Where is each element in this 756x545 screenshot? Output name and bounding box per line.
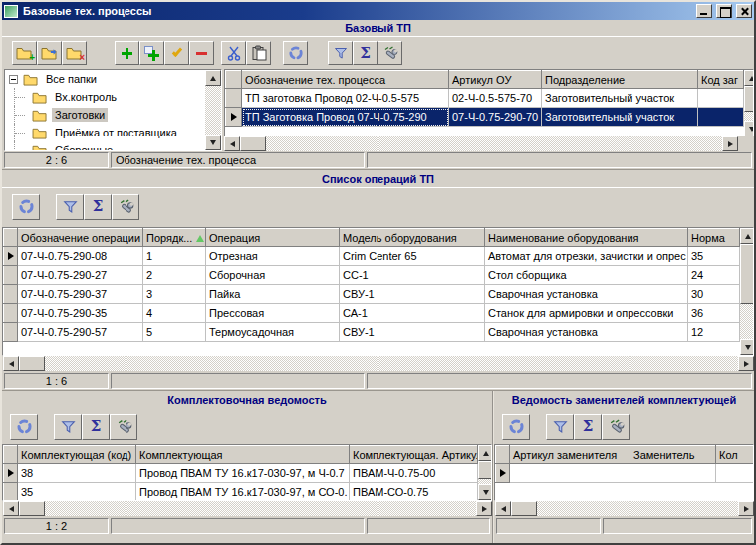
scroll-down-button[interactable] (205, 135, 221, 150)
scroll-right-button[interactable] (738, 356, 754, 371)
cell[interactable]: Провод ПВАМ ТУ 16.к17-030-97, м СО-0. (136, 483, 350, 502)
cell[interactable] (698, 89, 744, 108)
scroll-thumb[interactable] (511, 501, 537, 516)
scroll-track[interactable] (205, 86, 221, 135)
title-bar[interactable]: Базовые тех. процессы (2, 2, 754, 20)
ops-col-designation[interactable]: Обозначение операции (18, 229, 143, 247)
tp-col-department[interactable]: Подразделение (542, 71, 698, 89)
filter-button[interactable] (328, 41, 353, 65)
scroll-track[interactable] (266, 136, 722, 151)
scroll-up-button[interactable] (744, 70, 754, 86)
cell[interactable]: ПВАМ-Ч-0.75-00 (350, 464, 478, 483)
tree-item-sborochnye[interactable]: Сборочные (5, 141, 205, 150)
ops-col-model[interactable]: Модель оборудования (340, 229, 485, 247)
cell[interactable]: Заготовительный участок (542, 108, 698, 127)
kit-vertical-scrollbar[interactable] (478, 445, 492, 500)
settings-button[interactable] (378, 41, 402, 65)
cell[interactable]: Сборочная (206, 266, 340, 285)
sub-col-article[interactable]: Артикул заменителя (510, 446, 630, 464)
delete-record-button[interactable] (189, 41, 214, 65)
sum-button[interactable]: Σ (353, 41, 378, 65)
cell[interactable]: 30 (688, 285, 740, 304)
sub-row-current-empty[interactable] (496, 464, 754, 483)
cell[interactable]: 38 (18, 464, 136, 483)
filter-button[interactable] (56, 194, 84, 220)
kit-row[interactable]: 35 Провод ПВАМ ТУ 16.к17-030-97, м СО-0.… (4, 483, 478, 502)
ops-col-operation[interactable]: Операция (206, 229, 340, 247)
ops-row[interactable]: 07-Ч-0.75-290-57 5 Термоусадочная СВУ-1 … (4, 323, 740, 342)
tree-item-zagotovki[interactable]: Заготовки (5, 106, 205, 124)
settings-button[interactable] (602, 414, 630, 440)
scroll-track[interactable] (744, 86, 754, 121)
scroll-thumb[interactable] (19, 501, 45, 516)
cell[interactable]: 3 (143, 285, 206, 304)
scroll-thumb[interactable] (240, 136, 266, 151)
refresh-button[interactable] (12, 194, 40, 220)
tp-horizontal-scrollbar[interactable] (224, 136, 754, 151)
scroll-down-button[interactable] (478, 484, 492, 500)
close-button[interactable] (736, 4, 752, 18)
row-selector[interactable] (226, 89, 242, 108)
refresh-button[interactable] (283, 41, 308, 65)
refresh-button[interactable] (502, 414, 530, 440)
settings-button[interactable] (110, 414, 137, 440)
sum-button[interactable]: Σ (82, 414, 110, 440)
ops-row[interactable]: 07-Ч-0.75-290-37 3 Пайка СВУ-1 Сварочная… (4, 285, 740, 304)
scroll-left-button[interactable] (3, 356, 19, 371)
cell[interactable]: 07-Ч-0.75-290-37 (18, 285, 143, 304)
cell[interactable] (716, 464, 754, 483)
cell[interactable]: Станок для армировки и опрессовки (485, 304, 688, 323)
ops-vertical-scrollbar[interactable] (740, 228, 754, 355)
tree-item-priemka[interactable]: Приёмка от поставщика (5, 124, 205, 141)
ops-horizontal-scrollbar[interactable] (3, 356, 754, 371)
cell[interactable]: 1 (143, 247, 206, 266)
kit-row-current[interactable]: 38 Провод ПВАМ ТУ 16.к17-030-97, м Ч-0.7… (4, 464, 478, 483)
scroll-left-button[interactable] (495, 501, 511, 516)
cell[interactable]: 12 (688, 323, 740, 342)
cell[interactable]: 02-Ч-0.5-575-70 (449, 89, 542, 108)
filter-button[interactable] (54, 414, 82, 440)
tp-vertical-scrollbar[interactable] (744, 70, 754, 136)
cell[interactable]: Термоусадочная (206, 323, 340, 342)
cell[interactable]: СВУ-1 (340, 285, 485, 304)
tp-row[interactable]: ТП заготовка Провод 02-Ч-0.5-575 02-Ч-0.… (226, 89, 744, 108)
cell[interactable]: 35 (18, 483, 136, 502)
ops-row-current[interactable]: 07-Ч-0.75-290-08 1 Отрезная Crim Center … (4, 247, 740, 266)
row-selector[interactable] (4, 285, 18, 304)
tp-col-code[interactable]: Код заг (698, 71, 744, 89)
scroll-left-button[interactable] (224, 136, 240, 151)
kit-horizontal-scrollbar[interactable] (3, 501, 492, 516)
maximize-button[interactable] (716, 4, 732, 18)
cell[interactable]: Сварочная установка (485, 323, 688, 342)
scroll-track[interactable] (45, 501, 476, 516)
cell[interactable]: Прессовая (206, 304, 340, 323)
scroll-right-button[interactable] (476, 501, 492, 516)
scroll-up-button[interactable] (740, 228, 754, 244)
cell[interactable]: 07-Ч-0.75-290-70 (449, 108, 542, 127)
row-selector[interactable] (4, 304, 18, 323)
ops-col-norm[interactable]: Норма (688, 229, 740, 247)
cell[interactable]: Пайка (206, 285, 340, 304)
scroll-up-button[interactable] (478, 445, 492, 461)
row-selector[interactable] (4, 323, 18, 342)
scroll-track[interactable] (478, 461, 492, 484)
post-record-button[interactable] (164, 41, 189, 65)
cell[interactable]: Провод ПВАМ ТУ 16.к17-030-97, м Ч-0.7 (136, 464, 350, 483)
cell[interactable]: Автомат для отрезки, зачистки и опрес (485, 247, 688, 266)
scroll-thumb[interactable] (19, 356, 45, 371)
cell[interactable]: 24 (688, 266, 740, 285)
filter-button[interactable] (546, 414, 574, 440)
row-selector[interactable] (4, 266, 18, 285)
tp-row-selected[interactable]: ТП Заготовка Провод 07-Ч-0.75-290 07-Ч-0… (226, 108, 744, 127)
tp-col-article[interactable]: Артикул ОУ (449, 71, 542, 89)
cell[interactable] (510, 464, 630, 483)
row-selector-current[interactable] (4, 247, 18, 266)
scroll-up-button[interactable] (205, 70, 221, 86)
scroll-left-button[interactable] (3, 501, 19, 516)
ops-col-equipment[interactable]: Наименование оборудования (485, 229, 688, 247)
paste-button[interactable] (246, 41, 271, 65)
row-selector-current[interactable] (4, 464, 18, 483)
row-selector-current[interactable] (226, 108, 242, 127)
add-record-button[interactable] (115, 41, 139, 65)
scroll-track[interactable] (740, 244, 754, 339)
